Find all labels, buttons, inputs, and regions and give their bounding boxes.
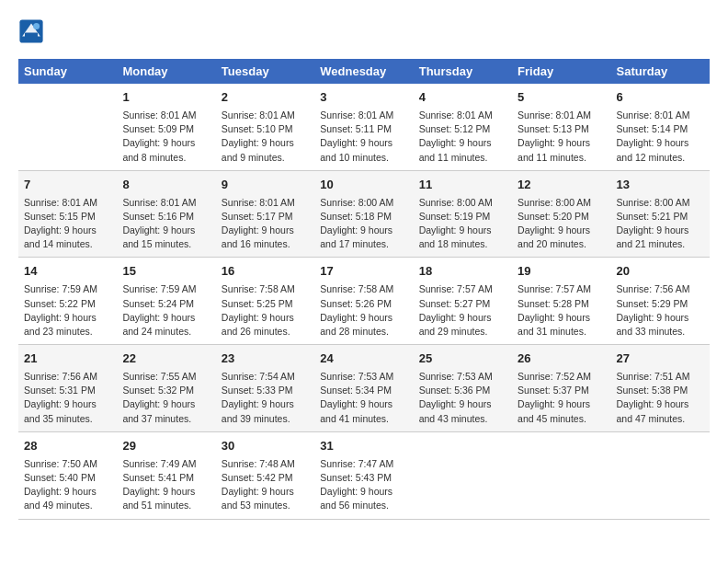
calendar-cell: 24Sunrise: 7:53 AM Sunset: 5:34 PM Dayli… <box>314 345 413 432</box>
day-number: 24 <box>320 350 407 368</box>
calendar-cell: 3Sunrise: 8:01 AM Sunset: 5:11 PM Daylig… <box>314 84 413 170</box>
day-number: 27 <box>617 350 704 368</box>
calendar-cell: 20Sunrise: 7:56 AM Sunset: 5:29 PM Dayli… <box>611 258 710 345</box>
logo-icon <box>18 18 44 44</box>
calendar-cell: 19Sunrise: 7:57 AM Sunset: 5:28 PM Dayli… <box>512 258 610 345</box>
day-info: Sunrise: 8:00 AM Sunset: 5:18 PM Dayligh… <box>320 196 407 252</box>
calendar-cell: 27Sunrise: 7:51 AM Sunset: 5:38 PM Dayli… <box>611 345 710 432</box>
day-number: 23 <box>222 350 309 368</box>
calendar-cell: 18Sunrise: 7:57 AM Sunset: 5:27 PM Dayli… <box>414 258 512 345</box>
calendar-cell: 11Sunrise: 8:00 AM Sunset: 5:19 PM Dayli… <box>414 170 512 258</box>
day-info: Sunrise: 7:47 AM Sunset: 5:43 PM Dayligh… <box>320 457 407 513</box>
calendar-cell: 12Sunrise: 8:00 AM Sunset: 5:20 PM Dayli… <box>512 170 610 258</box>
day-info: Sunrise: 8:01 AM Sunset: 5:09 PM Dayligh… <box>122 109 210 165</box>
day-info: Sunrise: 7:56 AM Sunset: 5:29 PM Dayligh… <box>617 282 704 339</box>
day-info: Sunrise: 7:58 AM Sunset: 5:25 PM Dayligh… <box>222 282 309 339</box>
day-number: 29 <box>122 438 210 455</box>
week-row-4: 21Sunrise: 7:56 AM Sunset: 5:31 PM Dayli… <box>18 345 710 432</box>
day-number: 13 <box>617 177 704 194</box>
day-info: Sunrise: 8:01 AM Sunset: 5:11 PM Dayligh… <box>320 109 407 165</box>
calendar-cell <box>611 431 710 519</box>
day-number: 14 <box>24 263 111 281</box>
day-info: Sunrise: 7:51 AM Sunset: 5:38 PM Dayligh… <box>617 370 704 426</box>
day-info: Sunrise: 7:52 AM Sunset: 5:37 PM Dayligh… <box>518 370 605 426</box>
week-row-5: 28Sunrise: 7:50 AM Sunset: 5:40 PM Dayli… <box>18 431 710 519</box>
day-info: Sunrise: 7:49 AM Sunset: 5:41 PM Dayligh… <box>122 457 210 513</box>
calendar-cell: 1Sunrise: 8:01 AM Sunset: 5:09 PM Daylig… <box>117 84 215 170</box>
day-info: Sunrise: 7:58 AM Sunset: 5:26 PM Dayligh… <box>320 282 407 339</box>
day-info: Sunrise: 8:00 AM Sunset: 5:21 PM Dayligh… <box>617 196 704 252</box>
calendar-cell: 21Sunrise: 7:56 AM Sunset: 5:31 PM Dayli… <box>18 345 117 432</box>
day-number: 5 <box>518 89 605 107</box>
calendar-cell: 4Sunrise: 8:01 AM Sunset: 5:12 PM Daylig… <box>414 84 512 170</box>
day-number: 12 <box>518 177 605 194</box>
day-number: 28 <box>24 438 111 455</box>
day-info: Sunrise: 7:55 AM Sunset: 5:32 PM Dayligh… <box>122 370 210 426</box>
day-number: 16 <box>222 263 309 281</box>
calendar-cell: 22Sunrise: 7:55 AM Sunset: 5:32 PM Dayli… <box>117 345 215 432</box>
day-number: 8 <box>122 177 210 194</box>
day-info: Sunrise: 7:57 AM Sunset: 5:27 PM Dayligh… <box>419 282 506 339</box>
column-header-thursday: Thursday <box>414 59 512 84</box>
calendar-cell: 7Sunrise: 8:01 AM Sunset: 5:15 PM Daylig… <box>18 170 117 258</box>
calendar-cell <box>512 431 610 519</box>
week-row-3: 14Sunrise: 7:59 AM Sunset: 5:22 PM Dayli… <box>18 258 710 345</box>
day-info: Sunrise: 8:01 AM Sunset: 5:14 PM Dayligh… <box>617 109 704 165</box>
day-number: 7 <box>24 177 111 194</box>
day-info: Sunrise: 7:48 AM Sunset: 5:42 PM Dayligh… <box>222 457 309 513</box>
column-header-saturday: Saturday <box>611 59 710 84</box>
calendar-cell: 13Sunrise: 8:00 AM Sunset: 5:21 PM Dayli… <box>611 170 710 258</box>
column-header-wednesday: Wednesday <box>314 59 413 84</box>
day-number: 18 <box>419 263 506 281</box>
day-info: Sunrise: 8:00 AM Sunset: 5:20 PM Dayligh… <box>518 196 605 252</box>
day-number: 2 <box>222 89 309 107</box>
day-number: 17 <box>320 263 407 281</box>
page-header <box>18 18 710 44</box>
calendar-table: SundayMondayTuesdayWednesdayThursdayFrid… <box>18 59 710 520</box>
day-number: 20 <box>617 263 704 281</box>
day-number: 19 <box>518 263 605 281</box>
day-number: 15 <box>122 263 210 281</box>
day-info: Sunrise: 8:01 AM Sunset: 5:12 PM Dayligh… <box>419 109 506 165</box>
day-info: Sunrise: 7:53 AM Sunset: 5:34 PM Dayligh… <box>320 370 407 426</box>
week-row-1: 1Sunrise: 8:01 AM Sunset: 5:09 PM Daylig… <box>18 84 710 170</box>
day-info: Sunrise: 7:50 AM Sunset: 5:40 PM Dayligh… <box>24 457 111 513</box>
calendar-cell: 16Sunrise: 7:58 AM Sunset: 5:25 PM Dayli… <box>216 258 314 345</box>
day-number: 9 <box>222 177 309 194</box>
day-info: Sunrise: 7:59 AM Sunset: 5:22 PM Dayligh… <box>24 282 111 339</box>
column-header-tuesday: Tuesday <box>216 59 314 84</box>
day-info: Sunrise: 7:54 AM Sunset: 5:33 PM Dayligh… <box>222 370 309 426</box>
calendar-cell: 23Sunrise: 7:54 AM Sunset: 5:33 PM Dayli… <box>216 345 314 432</box>
day-number: 3 <box>320 89 407 107</box>
calendar-cell: 28Sunrise: 7:50 AM Sunset: 5:40 PM Dayli… <box>18 431 117 519</box>
calendar-cell: 5Sunrise: 8:01 AM Sunset: 5:13 PM Daylig… <box>512 84 610 170</box>
calendar-cell: 14Sunrise: 7:59 AM Sunset: 5:22 PM Dayli… <box>18 258 117 345</box>
day-info: Sunrise: 8:01 AM Sunset: 5:16 PM Dayligh… <box>122 196 210 252</box>
calendar-cell: 9Sunrise: 8:01 AM Sunset: 5:17 PM Daylig… <box>216 170 314 258</box>
day-number: 10 <box>320 177 407 194</box>
day-number: 31 <box>320 438 407 455</box>
calendar-cell: 8Sunrise: 8:01 AM Sunset: 5:16 PM Daylig… <box>117 170 215 258</box>
calendar-cell: 29Sunrise: 7:49 AM Sunset: 5:41 PM Dayli… <box>117 431 215 519</box>
day-number: 11 <box>419 177 506 194</box>
day-number: 30 <box>222 438 309 455</box>
week-row-2: 7Sunrise: 8:01 AM Sunset: 5:15 PM Daylig… <box>18 170 710 258</box>
day-number: 25 <box>419 350 506 368</box>
day-info: Sunrise: 7:56 AM Sunset: 5:31 PM Dayligh… <box>24 370 111 426</box>
day-number: 1 <box>122 89 210 107</box>
day-number: 6 <box>617 89 704 107</box>
day-info: Sunrise: 7:57 AM Sunset: 5:28 PM Dayligh… <box>518 282 605 339</box>
day-info: Sunrise: 8:01 AM Sunset: 5:10 PM Dayligh… <box>222 109 309 165</box>
calendar-cell <box>414 431 512 519</box>
calendar-cell <box>18 84 117 170</box>
day-info: Sunrise: 7:59 AM Sunset: 5:24 PM Dayligh… <box>122 282 210 339</box>
calendar-cell: 31Sunrise: 7:47 AM Sunset: 5:43 PM Dayli… <box>314 431 413 519</box>
day-info: Sunrise: 8:01 AM Sunset: 5:15 PM Dayligh… <box>24 196 111 252</box>
calendar-cell: 6Sunrise: 8:01 AM Sunset: 5:14 PM Daylig… <box>611 84 710 170</box>
calendar-cell: 2Sunrise: 8:01 AM Sunset: 5:10 PM Daylig… <box>216 84 314 170</box>
calendar-cell: 15Sunrise: 7:59 AM Sunset: 5:24 PM Dayli… <box>117 258 215 345</box>
day-number: 22 <box>122 350 210 368</box>
day-info: Sunrise: 8:01 AM Sunset: 5:17 PM Dayligh… <box>222 196 309 252</box>
calendar-cell: 26Sunrise: 7:52 AM Sunset: 5:37 PM Dayli… <box>512 345 610 432</box>
calendar-cell: 30Sunrise: 7:48 AM Sunset: 5:42 PM Dayli… <box>216 431 314 519</box>
